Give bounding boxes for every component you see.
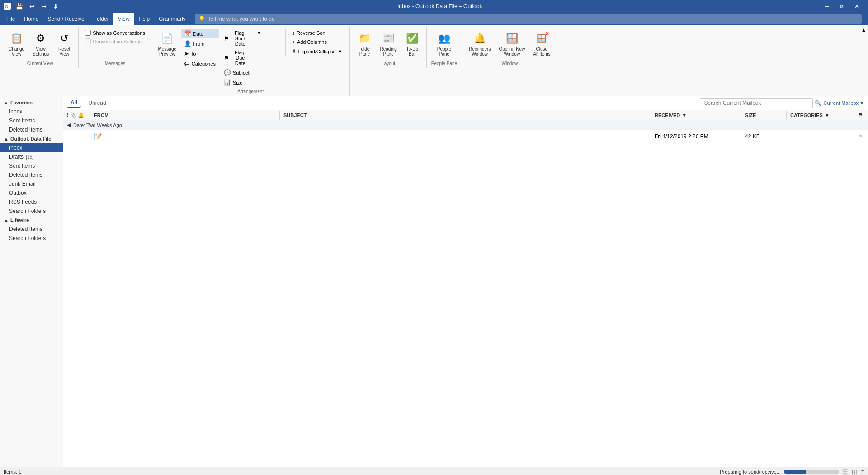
sidebar-item-deleted-fav[interactable]: Deleted Items (0, 125, 63, 134)
subject-icon: 💬 (224, 69, 231, 76)
ribbon-collapse-button[interactable]: ▲ (861, 27, 866, 33)
status-bar-right: Preparing to send/receive... ☰ ⊞ ≡ (720, 468, 864, 475)
open-new-window-button[interactable]: 🪟 Open in NewWindow (495, 29, 528, 59)
progress-bar (784, 470, 839, 474)
message-preview-icon: 📄 (160, 31, 175, 46)
close-button[interactable]: ✕ (849, 0, 864, 13)
lifewire-collapse-icon: ▲ (4, 217, 9, 223)
quick-access-redo[interactable]: ↪ (39, 2, 48, 11)
expand-collapse-button[interactable]: ⇕ Expand/Collapse ▼ (289, 47, 345, 56)
sidebar: ▲ Favorites Inbox Sent Items Deleted Ite… (0, 96, 63, 467)
reset-view-button[interactable]: ↺ ResetView (54, 29, 75, 59)
detail-view-button[interactable]: ≡ (861, 468, 864, 475)
sort-subject-label: Subject (233, 70, 250, 75)
people-pane-button[interactable]: 👥 PeoplePane (434, 29, 454, 59)
importance-icon: ! (67, 112, 69, 118)
conversation-settings-input[interactable] (85, 38, 91, 44)
col-header-categories[interactable]: CATEGORIES ▼ (787, 111, 854, 120)
change-view-button[interactable]: 📋 ChangeView (5, 29, 28, 59)
col-header-subject[interactable]: SUBJECT (280, 111, 651, 120)
sort-subject-button[interactable]: 💬 Subject (221, 68, 253, 77)
reverse-sort-button[interactable]: ↕ Reverse Sort (289, 29, 345, 37)
quick-access-undo[interactable]: ↩ (28, 2, 37, 11)
email-icon: 📝 (94, 133, 102, 140)
email-size: 42 KB (741, 132, 787, 141)
menu-grammarly[interactable]: Grammarly (154, 13, 190, 25)
sort-categories-button[interactable]: 🏷 Categories (181, 59, 219, 68)
received-sort-icon: ▼ (682, 113, 687, 118)
quick-access-customize[interactable]: ⬇ (51, 2, 60, 11)
menu-home[interactable]: Home (19, 13, 43, 25)
menu-view[interactable]: View (113, 13, 134, 25)
restore-button[interactable]: ⧉ (834, 0, 849, 13)
minimize-button[interactable]: ─ (819, 0, 834, 13)
sort-flag-due-button[interactable]: ⚑ Flag: Due Date (221, 48, 253, 67)
menu-folder[interactable]: Folder (89, 13, 113, 25)
search-scope[interactable]: Current Mailbox ▼ (823, 100, 864, 106)
menu-file[interactable]: File (2, 13, 19, 25)
email-flag-status[interactable]: ⚑ (854, 132, 868, 141)
sidebar-item-lw-search[interactable]: Search Folders (0, 234, 63, 243)
filter-all-button[interactable]: All (67, 99, 81, 108)
favorites-header[interactable]: ▲ Favorites (0, 98, 63, 107)
menu-send-receive[interactable]: Send / Receive (43, 13, 89, 25)
close-all-label: CloseAll Items (533, 47, 550, 56)
sidebar-item-inbox[interactable]: Inbox (0, 143, 63, 152)
conversation-settings-label: Conversation Settings (93, 39, 142, 44)
col-header-received[interactable]: RECEIVED ▼ (651, 111, 741, 120)
list-view-button[interactable]: ☰ (842, 468, 848, 475)
categories-header-label: CATEGORIES (790, 113, 823, 118)
people-pane-content: 👥 PeoplePane (434, 29, 454, 59)
close-all-button[interactable]: 🪟 ✕ CloseAll Items (530, 29, 553, 59)
table-row[interactable]: 📝 Fri 4/12/2019 2:26 PM 42 KB ⚑ (63, 130, 868, 143)
sidebar-item-sent-fav[interactable]: Sent Items (0, 116, 63, 125)
col-header-flags[interactable]: ! 📎 🔔 (63, 110, 90, 120)
col-header-size[interactable]: SIZE (741, 111, 787, 120)
sidebar-item-outbox[interactable]: Outbox (0, 188, 63, 198)
filter-unread-button[interactable]: Unread (85, 99, 109, 107)
reading-pane-button[interactable]: 📰 ReadingPane (377, 29, 400, 59)
sort-size-button[interactable]: 📊 Size (221, 78, 253, 87)
folder-pane-button[interactable]: 📁 FolderPane (354, 29, 375, 59)
sidebar-item-lw-deleted[interactable]: Deleted Items (0, 225, 63, 234)
sidebar-item-deleted[interactable]: Deleted Items (0, 170, 63, 179)
sort-to-button[interactable]: ➤ To (181, 49, 219, 58)
quick-access-save[interactable]: 💾 (14, 2, 25, 11)
lifewire-header[interactable]: ▲ Lifewire (0, 216, 63, 225)
from-sort-icon: 👤 (184, 40, 191, 47)
view-settings-button[interactable]: ⚙ ViewSettings (29, 29, 52, 59)
sidebar-item-junk[interactable]: Junk Email (0, 179, 63, 188)
date-group-two-weeks-ago[interactable]: ◀ Date: Two Weeks Ago (63, 120, 868, 130)
more-sort-button[interactable]: ▼ (255, 29, 282, 37)
sort-date-button[interactable]: 📅 Date (181, 29, 219, 38)
sort-from-button[interactable]: 👤 From (181, 39, 219, 48)
show-conversations-input[interactable] (85, 30, 91, 36)
date-sort-icon: 📅 (184, 30, 191, 37)
menu-help[interactable]: Help (134, 13, 155, 25)
sidebar-item-search-folders[interactable]: Search Folders (0, 207, 63, 216)
show-conversations-label: Show as Conversations (93, 30, 145, 36)
favorites-collapse-icon: ▲ (4, 100, 9, 105)
todo-bar-button[interactable]: ✅ To-DoBar (402, 29, 423, 59)
conversation-settings-checkbox[interactable]: Conversation Settings (83, 38, 147, 45)
reminders-window-button[interactable]: 🔔 RemindersWindow (466, 29, 494, 59)
message-preview-button[interactable]: 📄 MessagePreview (156, 29, 179, 59)
sidebar-item-sent[interactable]: Sent Items (0, 161, 63, 170)
sidebar-item-drafts[interactable]: Drafts [15] (0, 152, 63, 161)
sidebar-item-inbox-fav[interactable]: Inbox (0, 107, 63, 116)
add-columns-button[interactable]: + Add Columns (289, 38, 345, 46)
col-header-from[interactable]: FROM (90, 111, 280, 120)
outlook-data-file-header[interactable]: ▲ Outlook Data File (0, 134, 63, 143)
people-pane-icon: 👥 (437, 31, 451, 46)
sort-flag-start-button[interactable]: ⚑ Flag: Start Date (221, 29, 253, 48)
sidebar-item-rss[interactable]: RSS Feeds (0, 198, 63, 207)
search-input[interactable] (700, 98, 813, 108)
close-all-icon: 🪟 ✕ (534, 31, 549, 46)
grid-view-button[interactable]: ⊞ (852, 468, 857, 475)
filter-bar: All Unread 🔍 Current Mailbox ▼ (63, 96, 868, 110)
show-conversations-checkbox[interactable]: Show as Conversations (83, 29, 147, 37)
col-header-flag[interactable]: ⚑ (854, 110, 868, 120)
ribbon-group-layout: 📁 FolderPane 📰 ReadingPane ✅ To-DoBar La… (351, 27, 427, 68)
tell-me-input[interactable] (208, 16, 858, 22)
email-subject (280, 136, 651, 137)
